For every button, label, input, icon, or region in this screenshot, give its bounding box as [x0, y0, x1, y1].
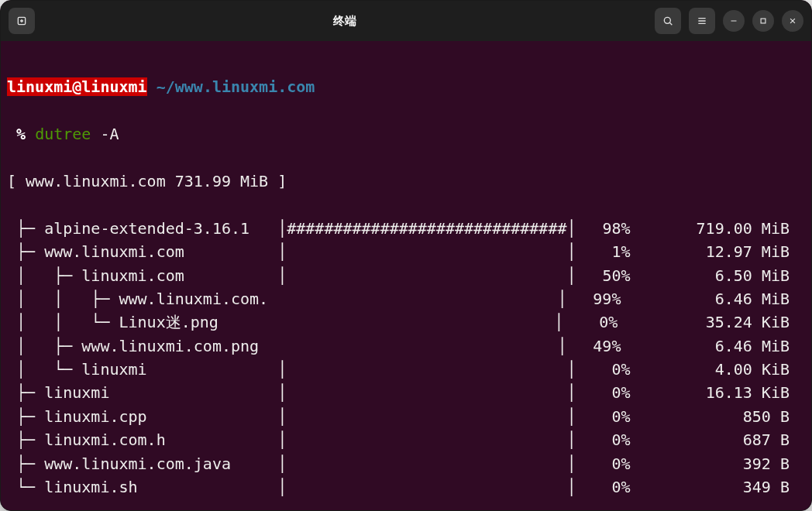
- new-tab-button[interactable]: [9, 8, 35, 34]
- output-header: [ www.linuxmi.com 731.99 MiB ]: [7, 170, 811, 193]
- menu-button[interactable]: [689, 8, 715, 34]
- row-percent: 0%: [576, 381, 631, 404]
- terminal-body[interactable]: linuxmi@linuxmi ~/www.linuxmi.com % dutr…: [1, 41, 811, 510]
- row-bar: │: [268, 334, 566, 358]
- output-row: ├─ linuxmi │ │ 0%16.13 KiB: [7, 381, 791, 404]
- row-bar: │: [268, 287, 566, 310]
- command-name: dutree: [35, 125, 91, 143]
- command-line: % dutree -A: [7, 122, 811, 146]
- row-size: 35.24 KiB: [618, 310, 791, 334]
- output-row: │ ├─ linuxmi.com │ │ 50%6.50 MiB: [7, 264, 791, 287]
- output-row: └─ linuxmi.sh │ │ 0%349 B: [7, 475, 791, 499]
- output-row: │ ├─ www.linuxmi.com.png │ 49%6.46 MiB: [7, 334, 791, 358]
- terminal-window: 终端: [0, 0, 812, 511]
- row-bar: │ │: [268, 428, 576, 451]
- row-percent: 99%: [566, 287, 621, 310]
- row-name: └─ linuxmi.sh: [7, 475, 268, 499]
- row-name: │ │ └─ Linux迷.png: [7, 310, 265, 334]
- row-size: 16.13 KiB: [631, 381, 791, 404]
- row-size: 349 B: [631, 475, 791, 499]
- output-row: │ │ ├─ www.linuxmi.com. │ 99%6.46 MiB: [7, 287, 791, 310]
- row-percent: 0%: [576, 358, 631, 381]
- window-title: 终端: [35, 14, 655, 29]
- output-row: ├─ linuxmi.com.h │ │ 0%687 B: [7, 428, 791, 451]
- prompt-line-1: linuxmi@linuxmi ~/www.linuxmi.com: [7, 75, 811, 98]
- row-percent: 0%: [576, 405, 631, 428]
- prompt-host: linuxmi@linuxmi: [7, 77, 147, 96]
- row-name: ├─ www.linuxmi.com.java: [7, 452, 268, 475]
- row-name: ├─ linuxmi.cpp: [7, 405, 268, 428]
- row-bar: │ │: [268, 358, 576, 381]
- row-percent: 0%: [563, 310, 618, 334]
- row-name: ├─ linuxmi.com.h: [7, 428, 268, 451]
- output-row: ├─ www.linuxmi.com │ │ 1%12.97 MiB: [7, 240, 791, 263]
- prompt-path: ~/www.linuxmi.com: [157, 77, 315, 96]
- row-size: 850 B: [631, 405, 791, 428]
- output-rows: ├─ alpine-extended-3.16.1 │#############…: [7, 217, 811, 499]
- row-size: 12.97 MiB: [631, 240, 791, 263]
- row-size: 6.46 MiB: [621, 287, 791, 310]
- prompt-symbol: %: [16, 125, 26, 143]
- row-percent: 0%: [576, 452, 631, 475]
- output-row: ├─ www.linuxmi.com.java │ │ 0%392 B: [7, 452, 791, 475]
- output-row: ├─ alpine-extended-3.16.1 │#############…: [7, 217, 791, 240]
- close-button[interactable]: [782, 10, 803, 32]
- output-row: │ └─ linuxmi │ │ 0%4.00 KiB: [7, 358, 791, 381]
- row-name: │ └─ linuxmi: [7, 358, 268, 381]
- row-percent: 0%: [576, 428, 631, 451]
- row-name: │ ├─ linuxmi.com: [7, 264, 268, 287]
- row-size: 719.00 MiB: [631, 217, 791, 240]
- row-size: 6.50 MiB: [631, 264, 791, 287]
- row-size: 392 B: [631, 452, 791, 475]
- row-percent: 0%: [576, 475, 631, 499]
- row-name: ├─ www.linuxmi.com: [7, 240, 268, 263]
- row-bar: │ │: [268, 240, 576, 263]
- row-bar: │ │: [268, 264, 576, 287]
- row-percent: 98%: [576, 217, 631, 240]
- row-percent: 49%: [566, 334, 621, 358]
- svg-line-4: [669, 22, 672, 25]
- output-row: │ │ └─ Linux迷.png │ 0%35.24 KiB: [7, 310, 791, 334]
- command-args: -A: [100, 125, 119, 143]
- svg-rect-9: [761, 19, 766, 23]
- row-percent: 1%: [576, 240, 631, 263]
- row-bar: │ │: [268, 475, 576, 499]
- row-bar: │: [265, 310, 563, 334]
- row-name: ├─ alpine-extended-3.16.1: [7, 217, 268, 240]
- row-size: 4.00 KiB: [631, 358, 791, 381]
- row-bar: │ │: [268, 405, 576, 428]
- row-bar: │##############################│: [268, 217, 576, 240]
- row-bar: │ │: [268, 452, 576, 475]
- titlebar: 终端: [1, 1, 811, 41]
- row-name: │ │ ├─ www.linuxmi.com.: [7, 287, 268, 310]
- maximize-button[interactable]: [752, 10, 774, 32]
- svg-point-3: [664, 17, 670, 23]
- row-size: 687 B: [631, 428, 791, 451]
- output-row: ├─ linuxmi.cpp │ │ 0%850 B: [7, 405, 791, 428]
- row-name: │ ├─ www.linuxmi.com.png: [7, 334, 268, 358]
- row-bar: │ │: [268, 381, 576, 404]
- row-name: ├─ linuxmi: [7, 381, 268, 404]
- search-button[interactable]: [655, 8, 681, 34]
- minimize-button[interactable]: [723, 10, 745, 32]
- row-size: 6.46 MiB: [621, 334, 791, 358]
- row-percent: 50%: [576, 264, 631, 287]
